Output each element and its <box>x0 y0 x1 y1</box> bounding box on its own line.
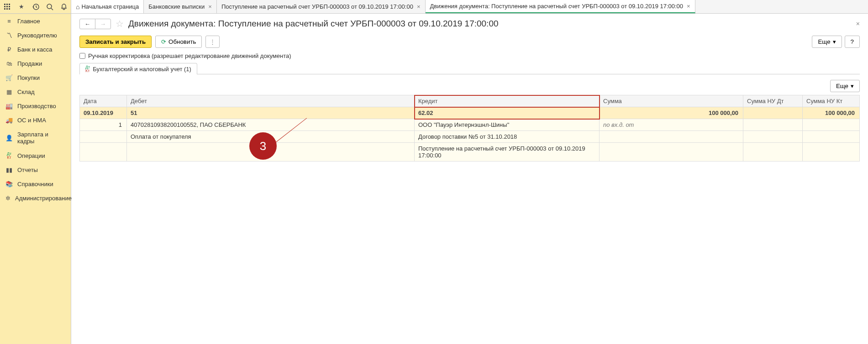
close-icon[interactable]: × <box>208 3 212 10</box>
svg-rect-0 <box>4 4 5 5</box>
col-credit[interactable]: Кредит <box>415 95 600 107</box>
cell-credit: ООО "Пауэр Интернэшнл-Шины" <box>415 119 600 131</box>
sidebar-item-operations[interactable]: ДтКтОперации <box>0 148 71 163</box>
tab-label: Поступление на расчетный счет УРБП-00000… <box>221 3 413 10</box>
page-title: Движения документа: Поступление на расче… <box>128 19 499 29</box>
boxes-icon: ▦ <box>5 89 13 95</box>
cell-nudt <box>743 143 803 162</box>
tab-movements[interactable]: Движения документа: Поступление на расче… <box>426 0 695 13</box>
cell-date: 09.10.2019 <box>80 107 127 119</box>
manual-correction-checkbox[interactable] <box>79 53 85 59</box>
refresh-icon: ⟳ <box>161 38 166 45</box>
svg-rect-6 <box>4 8 5 10</box>
sidebar-item-bank[interactable]: ₽Банк и касса <box>0 42 71 57</box>
cell-line-no: 1 <box>80 119 127 131</box>
dtkt-icon: ДтКт <box>5 152 13 159</box>
close-icon[interactable]: × <box>417 3 421 10</box>
col-nukt[interactable]: Сумма НУ Кт <box>803 95 860 107</box>
col-debit[interactable]: Дебет <box>127 95 415 107</box>
sidebar-item-label: Производство <box>17 103 56 109</box>
refresh-button[interactable]: ⟳Обновить <box>155 36 202 48</box>
refresh-label: Обновить <box>168 38 196 45</box>
callout-badge: 3 <box>249 132 277 160</box>
sidebar-item-label: Операции <box>17 152 45 159</box>
search-icon[interactable] <box>45 2 54 11</box>
sidebar-item-admin[interactable]: ✲Администрирование <box>0 191 71 205</box>
book-icon: 📚 <box>5 181 13 188</box>
sidebar-item-assets[interactable]: 🚚ОС и НМА <box>0 113 71 127</box>
apps-icon[interactable] <box>3 2 12 11</box>
movements-table: Дата Дебет Кредит Сумма Сумма НУ Дт Сумм… <box>79 95 860 162</box>
tab-receipt[interactable]: Поступление на расчетный счет УРБП-00000… <box>217 0 426 13</box>
more-button[interactable]: Еще ▾ <box>812 36 842 48</box>
bell-icon[interactable] <box>59 2 68 11</box>
sub-tab-accounting[interactable]: ДтКт Бухгалтерский и налоговый учет (1) <box>79 63 197 74</box>
sidebar: ≡Главное 〽Руководителю ₽Банк и касса 🛍Пр… <box>0 14 71 344</box>
sub-tab-label: Бухгалтерский и налоговый учет (1) <box>93 66 191 73</box>
truck-icon: 🚚 <box>5 117 13 124</box>
sidebar-item-label: Зарплата и кадры <box>17 131 65 145</box>
cell-sum <box>600 143 743 162</box>
sidebar-item-salary[interactable]: 👤Зарплата и кадры <box>0 127 71 148</box>
cell-nudt <box>743 107 803 119</box>
cell-nukt <box>803 143 860 162</box>
col-sum[interactable]: Сумма <box>600 95 743 107</box>
tabs-bar: ⌂Начальная страница Банковские выписки× … <box>71 0 695 13</box>
favorite-star-icon[interactable]: ☆ <box>116 18 124 29</box>
save-close-button[interactable]: Записать и закрыть <box>79 36 152 48</box>
table-header-row: Дата Дебет Кредит Сумма Сумма НУ Дт Сумм… <box>80 95 860 107</box>
star-icon[interactable]: ★ <box>17 2 26 11</box>
sidebar-item-label: ОС и НМА <box>17 117 46 124</box>
close-icon[interactable]: × <box>687 3 690 10</box>
col-nudt[interactable]: Сумма НУ Дт <box>743 95 803 107</box>
sidebar-item-label: Банк и касса <box>17 46 53 53</box>
svg-point-10 <box>47 4 52 9</box>
cell-debit: 40702810938200100552, ПАО СБЕРБАНК <box>127 119 415 131</box>
sidebar-item-purchases[interactable]: 🛒Покупки <box>0 71 71 85</box>
sidebar-item-manager[interactable]: 〽Руководителю <box>0 28 71 42</box>
cell-sum: 100 000,00 <box>600 107 743 119</box>
chevron-down-icon: ▾ <box>833 38 836 45</box>
close-page-icon[interactable]: × <box>856 20 860 27</box>
svg-rect-4 <box>6 6 8 7</box>
gear-icon: ✲ <box>5 195 11 202</box>
sidebar-item-warehouse[interactable]: ▦Склад <box>0 85 71 99</box>
history-icon[interactable] <box>31 2 40 11</box>
cell-empty <box>80 131 127 143</box>
tab-home[interactable]: ⌂Начальная страница <box>71 0 144 13</box>
table-row[interactable]: 09.10.2019 51 62.02 100 000,00 100 000,0… <box>80 107 860 119</box>
sidebar-item-reports[interactable]: ▮▮Отчеты <box>0 163 71 177</box>
more-label: Еще <box>818 38 830 45</box>
sidebar-item-label: Покупки <box>17 74 40 81</box>
col-date[interactable]: Дата <box>80 95 127 107</box>
cart-icon: 🛒 <box>5 74 13 81</box>
nav-back-button[interactable]: ← <box>80 19 95 29</box>
table-row[interactable]: Поступление на расчетный счет УРБП-00000… <box>80 143 860 162</box>
top-system-icons: ★ <box>0 0 71 13</box>
sidebar-item-production[interactable]: 🏭Производство <box>0 99 71 113</box>
cell-nudt <box>743 131 803 143</box>
tab-label: Банковские выписки <box>148 3 205 10</box>
dtkt-icon: ДтКт <box>85 65 90 73</box>
bag-icon: 🛍 <box>5 60 13 67</box>
sidebar-item-label: Продажи <box>17 60 42 67</box>
sidebar-item-directories[interactable]: 📚Справочники <box>0 177 71 191</box>
svg-rect-8 <box>9 8 10 10</box>
help-button[interactable]: ? <box>845 36 860 48</box>
table-row[interactable]: 1 40702810938200100552, ПАО СБЕРБАНК ООО… <box>80 119 860 131</box>
tab-bank-statements[interactable]: Банковские выписки× <box>144 0 217 13</box>
nav-forward-button[interactable]: → <box>95 19 110 29</box>
table-more-button[interactable]: Еще ▾ <box>830 80 860 92</box>
table-row[interactable]: Оплата от покупателя Договор поставки №5… <box>80 131 860 143</box>
factory-icon: 🏭 <box>5 103 13 109</box>
sidebar-item-main[interactable]: ≡Главное <box>0 14 71 28</box>
cell-credit: 62.02 <box>415 107 600 119</box>
sidebar-item-label: Администрирование <box>15 195 72 202</box>
tab-label: Движения документа: Поступление на расче… <box>430 3 684 10</box>
chevron-down-icon: ▾ <box>851 83 854 89</box>
callout-number: 3 <box>260 139 266 153</box>
cell-empty <box>80 143 127 162</box>
attach-button[interactable]: ⋮ <box>205 36 220 48</box>
cell-credit: Поступление на расчетный счет УРБП-00000… <box>415 143 600 162</box>
sidebar-item-sales[interactable]: 🛍Продажи <box>0 57 71 71</box>
